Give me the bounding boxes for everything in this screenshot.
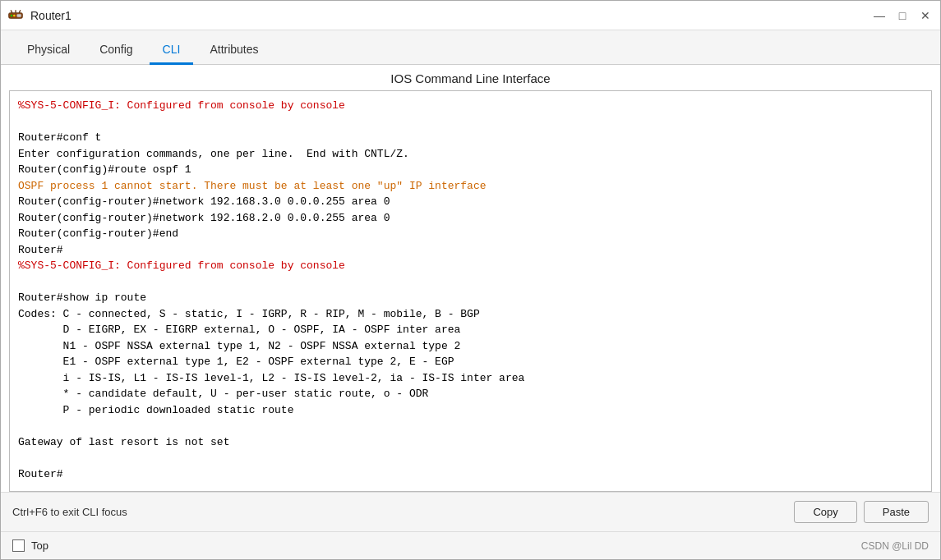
footer-bar: Top CSDN @Lil DD xyxy=(1,531,940,559)
title-bar-left: Router1 xyxy=(7,7,71,24)
content-area: IOS Command Line Interface %SYS-5-CONFIG… xyxy=(1,65,940,492)
minimize-button[interactable]: — xyxy=(871,7,888,24)
paste-button[interactable]: Paste xyxy=(864,501,929,523)
tab-attributes[interactable]: Attributes xyxy=(196,36,271,65)
top-checkbox[interactable] xyxy=(12,539,25,552)
cli-section-title: IOS Command Line Interface xyxy=(1,65,940,90)
terminal-container: %SYS-5-CONFIG_I: Configured from console… xyxy=(9,90,932,492)
footer-left: Top xyxy=(12,539,48,552)
svg-point-1 xyxy=(11,14,13,16)
tab-cli[interactable]: CLI xyxy=(150,36,194,65)
svg-line-6 xyxy=(19,10,21,12)
svg-line-4 xyxy=(11,10,12,12)
tab-physical[interactable]: Physical xyxy=(14,36,83,65)
watermark: CSDN @Lil DD xyxy=(861,540,929,552)
svg-rect-3 xyxy=(17,14,21,16)
title-bar: Router1 — □ ✕ xyxy=(1,1,940,30)
action-buttons: Copy Paste xyxy=(794,501,929,523)
router-icon xyxy=(7,7,24,24)
copy-button[interactable]: Copy xyxy=(794,501,856,523)
window-controls: — □ ✕ xyxy=(871,7,934,24)
bottom-bar: Ctrl+F6 to exit CLI focus Copy Paste xyxy=(1,492,940,531)
maximize-button[interactable]: □ xyxy=(894,7,911,24)
tabs-bar: Physical Config CLI Attributes xyxy=(1,30,940,65)
cli-hint: Ctrl+F6 to exit CLI focus xyxy=(12,506,127,518)
window-title: Router1 xyxy=(30,9,71,22)
main-window: Router1 — □ ✕ Physical Config CLI Attrib… xyxy=(0,0,941,560)
tab-config[interactable]: Config xyxy=(86,36,145,65)
top-label: Top xyxy=(31,539,48,552)
close-button[interactable]: ✕ xyxy=(917,7,934,24)
terminal-output[interactable]: %SYS-5-CONFIG_I: Configured from console… xyxy=(10,91,931,491)
svg-point-2 xyxy=(13,14,15,16)
